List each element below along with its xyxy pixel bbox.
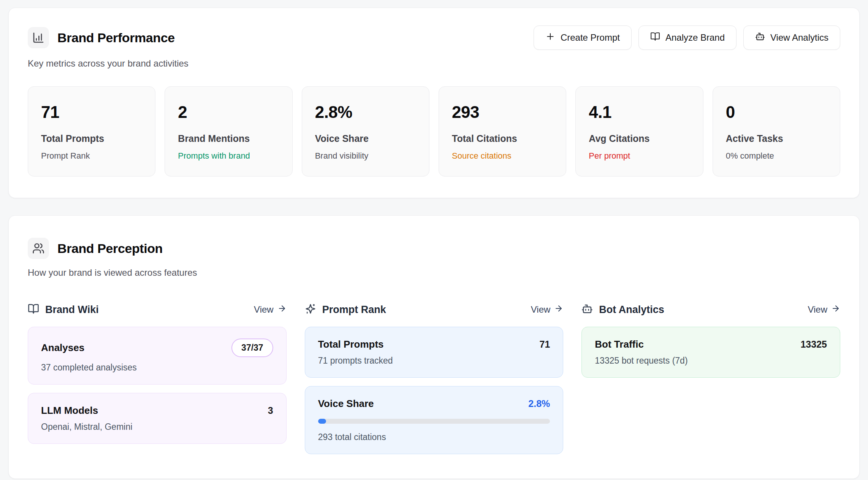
subcard-sub: 37 completed analysises — [41, 362, 273, 373]
total-prompts-card: Total Prompts 71 71 prompts tracked — [305, 327, 564, 378]
perception-title-group: Brand Perception — [28, 238, 840, 259]
subcard-title: Bot Traffic — [595, 339, 644, 350]
metric-voice-share: 2.8% Voice Share Brand visibility — [302, 86, 429, 176]
subcard-sub: 293 total citations — [318, 432, 550, 442]
analyze-brand-label: Analyze Brand — [665, 32, 725, 43]
metric-value: 293 — [452, 103, 553, 122]
page-title: Brand Performance — [57, 30, 175, 45]
analyses-count-badge: 37/37 — [231, 339, 273, 357]
voice-share-progress-fill — [318, 419, 326, 424]
features-grid: Brand Wiki View Analyses 37/37 37 comple… — [28, 303, 840, 454]
feature-title: Bot Analytics — [599, 304, 664, 316]
voice-share-progress-track — [318, 419, 550, 424]
metric-value: 0 — [726, 103, 827, 122]
performance-title-group: Brand Performance — [28, 27, 175, 48]
book-open-icon — [650, 32, 660, 44]
metric-label: Voice Share — [315, 133, 416, 144]
metric-sub: Prompt Rank — [41, 151, 142, 161]
view-link-label: View — [808, 304, 827, 315]
view-link-label: View — [531, 304, 551, 315]
metric-sub: Prompts with brand — [178, 151, 279, 161]
voice-share-value: 2.8% — [528, 398, 550, 409]
users-icon — [28, 238, 49, 259]
metrics-grid: 71 Total Prompts Prompt Rank 2 Brand Men… — [28, 86, 840, 176]
prompt-rank-subcards: Total Prompts 71 71 prompts tracked Voic… — [305, 327, 564, 454]
metric-sub: 0% complete — [726, 151, 827, 161]
subcard-value: 13325 — [800, 339, 827, 350]
arrow-right-icon — [831, 304, 840, 315]
view-link-label: View — [254, 304, 274, 315]
metric-total-prompts: 71 Total Prompts Prompt Rank — [28, 86, 155, 176]
create-prompt-label: Create Prompt — [561, 32, 620, 43]
metric-sub: Source citations — [452, 151, 553, 161]
perception-subtitle: How your brand is viewed across features — [28, 267, 840, 278]
metric-value: 2.8% — [315, 103, 416, 122]
subcard-value: 3 — [268, 405, 273, 416]
subcard-sub: Openai, Mistral, Gemini — [41, 422, 273, 432]
prompt-rank-view-link[interactable]: View — [531, 304, 564, 315]
feature-title: Prompt Rank — [322, 304, 386, 316]
metric-label: Brand Mentions — [178, 133, 279, 144]
plus-icon — [545, 32, 555, 44]
feature-header: Brand Wiki View — [28, 303, 287, 316]
subcard-title: Voice Share — [318, 398, 374, 410]
metric-total-citations: 293 Total Citations Source citations — [439, 86, 566, 176]
bar-chart-icon — [28, 27, 49, 48]
feature-title-group: Bot Analytics — [581, 303, 664, 316]
brand-wiki-view-link[interactable]: View — [254, 304, 287, 315]
metric-value: 2 — [178, 103, 279, 122]
view-analytics-label: View Analytics — [770, 32, 828, 43]
feature-bot-analytics: Bot Analytics View Bot Traffic 13325 133… — [581, 303, 840, 378]
subcard-title: LLM Models — [41, 405, 98, 416]
subcard-row: LLM Models 3 — [41, 405, 273, 416]
feature-title-group: Prompt Rank — [305, 303, 386, 316]
book-open-icon — [28, 303, 39, 316]
metric-brand-mentions: 2 Brand Mentions Prompts with brand — [165, 86, 292, 176]
feature-header: Bot Analytics View — [581, 303, 840, 316]
feature-title: Brand Wiki — [45, 304, 99, 316]
subcard-title: Total Prompts — [318, 339, 384, 350]
feature-brand-wiki: Brand Wiki View Analyses 37/37 37 comple… — [28, 303, 287, 444]
view-analytics-button[interactable]: View Analytics — [743, 25, 840, 50]
subcard-row: Voice Share 2.8% — [318, 398, 550, 410]
metric-value: 4.1 — [589, 103, 690, 122]
subcard-sub: 13325 bot requests (7d) — [595, 356, 827, 366]
performance-header: Brand Performance Create Prompt Analyze … — [28, 25, 840, 50]
metric-label: Avg Citations — [589, 133, 690, 144]
sparkles-icon — [305, 303, 316, 316]
bot-traffic-card: Bot Traffic 13325 13325 bot requests (7d… — [581, 327, 840, 378]
performance-subtitle: Key metrics across your brand activities — [28, 58, 840, 69]
metric-value: 71 — [41, 103, 142, 122]
bot-icon — [581, 303, 593, 316]
analyses-card: Analyses 37/37 37 completed analysises — [28, 327, 287, 385]
metric-label: Total Prompts — [41, 133, 142, 144]
perception-title: Brand Perception — [57, 241, 163, 256]
brand-performance-card: Brand Performance Create Prompt Analyze … — [8, 8, 860, 198]
subcard-row: Total Prompts 71 — [318, 339, 550, 350]
metric-sub: Per prompt — [589, 151, 690, 161]
subcard-value: 71 — [540, 339, 550, 350]
subcard-row: Bot Traffic 13325 — [595, 339, 827, 350]
metric-label: Total Citations — [452, 133, 553, 144]
feature-prompt-rank: Prompt Rank View Total Prompts 71 71 pro… — [305, 303, 564, 454]
metric-active-tasks: 0 Active Tasks 0% complete — [713, 86, 840, 176]
feature-title-group: Brand Wiki — [28, 303, 99, 316]
bot-analytics-subcards: Bot Traffic 13325 13325 bot requests (7d… — [581, 327, 840, 378]
metric-label: Active Tasks — [726, 133, 827, 144]
performance-actions: Create Prompt Analyze Brand View Analyti… — [534, 25, 840, 50]
subcard-sub: 71 prompts tracked — [318, 356, 550, 366]
arrow-right-icon — [277, 304, 287, 315]
arrow-right-icon — [554, 304, 563, 315]
subcard-row: Analyses 37/37 — [41, 339, 273, 357]
voice-share-card: Voice Share 2.8% 293 total citations — [305, 386, 564, 454]
analyze-brand-button[interactable]: Analyze Brand — [638, 25, 737, 50]
bot-icon — [755, 32, 765, 44]
create-prompt-button[interactable]: Create Prompt — [534, 25, 632, 50]
bot-analytics-view-link[interactable]: View — [808, 304, 840, 315]
brand-perception-card: Brand Perception How your brand is viewe… — [8, 215, 860, 479]
metric-avg-citations: 4.1 Avg Citations Per prompt — [575, 86, 703, 176]
metric-sub: Brand visibility — [315, 151, 416, 161]
feature-header: Prompt Rank View — [305, 303, 564, 316]
llm-models-card: LLM Models 3 Openai, Mistral, Gemini — [28, 393, 287, 444]
brand-wiki-subcards: Analyses 37/37 37 completed analysises L… — [28, 327, 287, 444]
